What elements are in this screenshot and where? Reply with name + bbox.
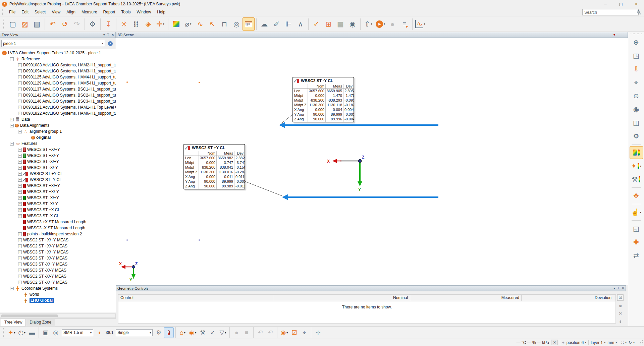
tree-item[interactable]: WBSC3 -X ST Measured Length bbox=[0, 225, 116, 231]
mute-sound-icon[interactable]: ◙ bbox=[617, 302, 624, 309]
expand-icon[interactable]: + bbox=[18, 69, 22, 73]
targets-button[interactable]: ◉▾ bbox=[279, 327, 289, 338]
dimension-button[interactable]: ⌀▾ bbox=[182, 17, 194, 31]
expand-icon[interactable]: + bbox=[18, 202, 22, 206]
zoom-on-region-button[interactable]: ⌖ bbox=[630, 76, 643, 89]
expand-icon[interactable]: + bbox=[18, 196, 22, 200]
temperature-button[interactable] bbox=[164, 327, 174, 338]
measurement-point[interactable] bbox=[199, 239, 200, 241]
scene-header[interactable]: 3D Scene ▾ bbox=[116, 32, 628, 38]
menu-edit[interactable]: Edit bbox=[18, 9, 32, 15]
capture-image-button[interactable]: ◉ bbox=[346, 17, 359, 31]
menu-select[interactable]: Select bbox=[32, 9, 49, 15]
panel-dropdown-icon[interactable]: ▾ bbox=[103, 33, 105, 37]
tree-item-label[interactable]: D0901094 AdvLIGO Systems, HAM3-H1_suppor… bbox=[23, 69, 116, 73]
tree-item-label[interactable]: WBSC2 ST +Y CL bbox=[30, 171, 63, 176]
expand-icon[interactable]: + bbox=[18, 275, 22, 278]
stop-measure-button[interactable]: ■ bbox=[241, 327, 252, 338]
measurement-session-button[interactable]: ▬ bbox=[27, 327, 37, 338]
tree-item-label[interactable]: WBSC2 ST -X/-Y bbox=[27, 165, 58, 170]
chevron-down-icon[interactable]: ▾ bbox=[640, 165, 641, 168]
tree-item[interactable]: +WBSC3 ST -X/-Y MEAS bbox=[0, 267, 116, 273]
device-position-select[interactable]: position 6 bbox=[567, 340, 584, 345]
expand-icon[interactable]: + bbox=[18, 281, 22, 284]
probe-spray-button[interactable]: ✐ bbox=[270, 17, 282, 31]
geometry-controls-header[interactable]: Geometry Controls ▾ ⊤ ✕ bbox=[116, 285, 626, 291]
column-header-measured[interactable]: Measured bbox=[410, 295, 522, 301]
menu-window[interactable]: Window bbox=[134, 9, 154, 15]
chevron-down-icon[interactable]: ▾ bbox=[424, 22, 425, 25]
edit-color-scale-button[interactable]: ⚒ bbox=[630, 173, 643, 186]
tree-item[interactable]: +points - build/inspect session 2 bbox=[0, 231, 116, 237]
expand-icon[interactable]: + bbox=[18, 256, 22, 260]
tree-item-label[interactable]: WBSC3 ST -X CL bbox=[27, 214, 59, 218]
collapse-icon[interactable]: − bbox=[10, 287, 14, 290]
expand-icon[interactable]: + bbox=[18, 154, 22, 158]
tree-item-label[interactable]: WBSC2 ST +X/+Y MEAS bbox=[23, 238, 68, 242]
column-header-deviation[interactable]: Deviation bbox=[522, 295, 613, 301]
expand-icon[interactable]: + bbox=[18, 269, 22, 272]
chevron-down-icon[interactable]: ▾ bbox=[640, 211, 641, 214]
find-label-button[interactable]: ◎ bbox=[230, 17, 243, 31]
tree-item-label[interactable]: WBSC2 ST +X/-Y bbox=[27, 153, 59, 158]
tree-item-label[interactable]: WBSC3 ST +X/+Y bbox=[27, 183, 60, 188]
expand-icon[interactable]: + bbox=[18, 166, 22, 170]
expand-icon[interactable]: + bbox=[18, 214, 22, 218]
gauge-caliper-button[interactable]: ⊓ bbox=[218, 17, 230, 31]
search-icon[interactable] bbox=[636, 10, 642, 15]
tree-item[interactable]: +D0901142 AdvLIGO Systems, BSC2-H1_suppo… bbox=[0, 92, 116, 98]
tree-item[interactable]: WBSC3 +X ST Measured Length bbox=[0, 219, 116, 225]
tree-item-label[interactable]: world bbox=[30, 292, 39, 297]
device-panel-button[interactable]: ▣ bbox=[41, 327, 51, 338]
tree-item-label[interactable]: WBSC2 ST +X/+Y bbox=[27, 147, 60, 152]
tree-item[interactable]: +WBSC3 ST +X/-Y bbox=[0, 189, 116, 195]
expand-icon[interactable]: + bbox=[18, 208, 22, 212]
open-workspace-button[interactable]: ▨ bbox=[19, 17, 31, 31]
sequence-editor-button[interactable]: ≡▶ bbox=[398, 17, 411, 31]
toolbox-button[interactable]: ⚒ bbox=[198, 327, 208, 338]
wrench-icon[interactable]: ⚒ bbox=[617, 310, 624, 317]
tree-item[interactable]: +D0901137 AdvLIGO Systems, BSC1-H1_suppo… bbox=[0, 86, 116, 92]
expand-icon[interactable]: + bbox=[18, 112, 22, 115]
color-map-display-button[interactable] bbox=[630, 146, 643, 159]
redo-button[interactable]: ↷ bbox=[71, 17, 83, 31]
tree-item[interactable]: +WBSC3 ST +X CL bbox=[0, 207, 116, 213]
go-home-button[interactable]: ⌂▾ bbox=[177, 327, 187, 338]
undo-all-measurements-button[interactable]: ↶ bbox=[265, 327, 275, 338]
tree-item[interactable]: ╋world bbox=[0, 291, 116, 297]
expand-icon[interactable]: + bbox=[18, 172, 22, 176]
tree-item[interactable]: +WBSC2 ST +Y CL bbox=[0, 171, 116, 177]
annotations-display-button[interactable]: ✦▾ bbox=[630, 160, 643, 172]
chevron-down-icon[interactable]: ▾ bbox=[615, 341, 617, 344]
tree-item-label[interactable]: Reference bbox=[21, 57, 40, 61]
undo-measurement-button[interactable]: ↶ bbox=[255, 327, 265, 338]
add-surface-button[interactable]: ✚ bbox=[630, 236, 643, 248]
tree-item-label[interactable]: WBSC3 -X ST Measured Length bbox=[27, 226, 85, 230]
tree-item[interactable]: +D0901129 AdvLIGO Systems, HAM5-H1_suppo… bbox=[0, 80, 116, 86]
point-density-button[interactable]: ∷ bbox=[621, 340, 624, 345]
smr-target-button[interactable]: ◎ bbox=[51, 327, 61, 338]
reflector-select[interactable]: SMR 1.5 in▾ bbox=[62, 329, 93, 336]
chevron-down-icon[interactable]: ▾ bbox=[625, 341, 627, 344]
probe-config-button[interactable]: ⚙ bbox=[154, 327, 164, 338]
chevron-down-icon[interactable]: ▾ bbox=[604, 341, 605, 344]
chevron-down-icon[interactable]: ▾ bbox=[90, 331, 92, 334]
check-controls-icon[interactable]: ☑ bbox=[617, 294, 624, 301]
expand-icon[interactable]: + bbox=[18, 250, 22, 254]
tree-item[interactable]: +WBSC3 ST +X/-Y MEAS bbox=[0, 255, 116, 261]
chevron-down-icon[interactable]: ▾ bbox=[102, 42, 103, 45]
expand-icon[interactable]: + bbox=[18, 232, 22, 236]
tree-item[interactable]: +WBSC2 ST +X/+Y bbox=[0, 147, 116, 153]
scene-viewport[interactable]: X Y Z X Y Z WBSC2 ST -Y CLNomMeasDevLen3… bbox=[116, 38, 628, 285]
tree-item[interactable]: +D0901083 AdvLIGO Systems, HAM2-H1_suppo… bbox=[0, 62, 116, 68]
validate-probe-button[interactable]: ✓ bbox=[208, 327, 218, 338]
probe-point-button[interactable]: ↖ bbox=[206, 17, 218, 31]
alignment-button[interactable]: ◈ bbox=[142, 17, 154, 31]
tree-item[interactable]: −Data Alignments bbox=[0, 122, 116, 128]
piece-manager-button[interactable]: ∧ bbox=[106, 40, 114, 47]
menu-help[interactable]: Help bbox=[154, 9, 168, 15]
expand-icon[interactable]: + bbox=[18, 184, 22, 188]
expand-icon[interactable]: + bbox=[18, 75, 22, 79]
measurement-point[interactable] bbox=[199, 82, 200, 83]
probe-device-button[interactable]: ⊩ bbox=[282, 17, 294, 31]
